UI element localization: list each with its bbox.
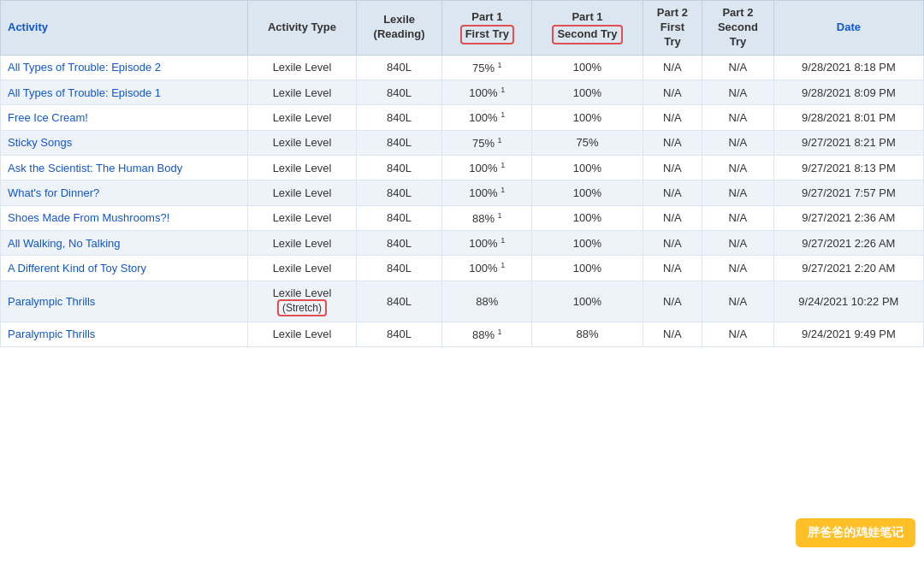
part2-first-cell: N/A	[643, 205, 702, 230]
table-row: All Types of Trouble: Episode 1Lexile Le…	[1, 80, 924, 105]
table-row: Free Ice Cream!Lexile Level840L100% 1100…	[1, 105, 924, 130]
activity-type-cell: Lexile Level	[248, 322, 357, 346]
table-row: A Different Kind of Toy StoryLexile Leve…	[1, 256, 924, 281]
part1-second-cell: 75%	[532, 130, 643, 155]
part1-second-cell: 100%	[532, 281, 643, 322]
part1-second-cell: 100%	[532, 105, 643, 130]
part1-first-cell: 100% 1	[442, 80, 532, 105]
activity-link[interactable]: A Different Kind of Toy Story	[8, 262, 146, 275]
lexile-cell: 840L	[356, 180, 442, 205]
part2-first-cell: N/A	[643, 105, 702, 130]
activity-link[interactable]: Paralympic Thrills	[8, 328, 95, 340]
activity-type-cell: Lexile Level	[248, 230, 357, 255]
footnote-sup: 1	[500, 86, 505, 94]
date-cell: 9/27/2021 8:21 PM	[773, 130, 923, 155]
activity-type-cell: Lexile Level	[248, 205, 357, 230]
lexile-cell: 840L	[356, 130, 442, 155]
part2-first-cell: N/A	[643, 256, 702, 281]
part1-second-cell: 100%	[532, 205, 643, 230]
footnote-sup: 1	[498, 61, 502, 69]
table-header-row: Activity Activity Type Lexile(Reading) P…	[1, 1, 924, 56]
activity-link[interactable]: Shoes Made From Mushrooms?!	[8, 211, 169, 224]
table-row: What's for Dinner?Lexile Level840L100% 1…	[1, 180, 924, 205]
part1-second-boxed-label: Second Try	[552, 25, 622, 44]
date-cell: 9/28/2021 8:18 PM	[773, 55, 923, 80]
table-row: Shoes Made From Mushrooms?!Lexile Level8…	[1, 205, 924, 230]
lexile-cell: 840L	[356, 105, 442, 130]
part2-first-cell: N/A	[643, 55, 702, 80]
activity-cell: All Types of Trouble: Episode 1	[1, 80, 248, 105]
activity-link[interactable]: Ask the Scientist: The Human Body	[8, 162, 182, 174]
activity-type-cell: Lexile Level	[248, 130, 357, 155]
part1-second-cell: 100%	[532, 155, 643, 180]
part2-first-cell: N/A	[643, 230, 702, 255]
part1-second-cell: 100%	[532, 55, 643, 80]
part1-first-cell: 100% 1	[442, 155, 532, 180]
part2-second-cell: N/A	[702, 230, 774, 255]
date-cell: 9/27/2021 8:13 PM	[773, 155, 923, 180]
part2-second-cell: N/A	[702, 180, 774, 205]
part2-second-cell: N/A	[702, 155, 774, 180]
activity-cell: Ask the Scientist: The Human Body	[1, 155, 248, 180]
activity-type-cell: Lexile Level	[248, 256, 357, 281]
footnote-sup: 1	[500, 261, 505, 269]
activity-link[interactable]: All Types of Trouble: Episode 1	[8, 86, 161, 99]
lexile-cell: 840L	[356, 281, 442, 322]
table-body: All Types of Trouble: Episode 2Lexile Le…	[1, 55, 924, 346]
activity-type-col-header: Activity Type	[248, 1, 357, 56]
activity-link[interactable]: What's for Dinner?	[8, 186, 99, 199]
table-row: Paralympic ThrillsLexile Level840L88% 18…	[1, 322, 924, 346]
lexile-cell: 840L	[356, 322, 442, 346]
activity-cell: Paralympic Thrills	[1, 281, 248, 322]
activity-type-cell: Lexile Level(Stretch)	[248, 281, 357, 322]
lexile-col-header: Lexile(Reading)	[356, 1, 442, 56]
part2-first-cell: N/A	[643, 180, 702, 205]
activity-sort-link[interactable]: Activity	[8, 21, 48, 33]
part1-second-cell: 88%	[532, 322, 643, 346]
activity-type-label: Lexile Level	[273, 286, 332, 299]
part1-first-cell: 88% 1	[442, 322, 532, 346]
footnote-sup: 1	[498, 211, 502, 220]
activity-cell: All Types of Trouble: Episode 2	[1, 55, 248, 80]
part1-second-cell: 100%	[532, 230, 643, 255]
activity-type-cell: Lexile Level	[248, 80, 357, 105]
part2-first-cell: N/A	[643, 322, 702, 346]
date-col-header[interactable]: Date	[773, 1, 923, 56]
lexile-cell: 840L	[356, 80, 442, 105]
part2-second-cell: N/A	[702, 322, 774, 346]
part1-second-cell: 100%	[532, 80, 643, 105]
activity-cell: A Different Kind of Toy Story	[1, 256, 248, 281]
footnote-sup: 1	[498, 136, 502, 145]
part1-first-cell: 75% 1	[442, 55, 532, 80]
part1-first-cell: 88% 1	[442, 205, 532, 230]
lexile-cell: 840L	[356, 256, 442, 281]
date-cell: 9/28/2021 8:09 PM	[773, 80, 923, 105]
activity-col-header[interactable]: Activity	[1, 1, 248, 56]
lexile-cell: 840L	[356, 55, 442, 80]
date-sort-link[interactable]: Date	[837, 21, 861, 33]
activity-link[interactable]: Paralympic Thrills	[8, 295, 95, 308]
part1-second-col-header: Part 1Second Try	[532, 1, 643, 56]
table-row: Ask the Scientist: The Human BodyLexile …	[1, 155, 924, 180]
part1-second-cell: 100%	[532, 256, 643, 281]
date-cell: 9/27/2021 7:57 PM	[773, 180, 923, 205]
date-cell: 9/24/2021 9:49 PM	[773, 322, 923, 346]
lexile-cell: 840L	[356, 155, 442, 180]
date-cell: 9/27/2021 2:26 AM	[773, 230, 923, 255]
activity-link[interactable]: All Types of Trouble: Episode 2	[8, 61, 161, 74]
activity-cell: Paralympic Thrills	[1, 322, 248, 346]
activity-type-cell: Lexile Level	[248, 180, 357, 205]
activity-link[interactable]: All Walking, No Talking	[8, 237, 121, 250]
activity-link[interactable]: Free Ice Cream!	[8, 111, 88, 124]
part2-second-cell: N/A	[702, 80, 774, 105]
part2-second-cell: N/A	[702, 281, 774, 322]
part1-first-cell: 88%	[442, 281, 532, 322]
table-row: Sticky SongsLexile Level840L75% 175%N/AN…	[1, 130, 924, 155]
activity-type-cell: Lexile Level	[248, 155, 357, 180]
part2-first-cell: N/A	[643, 80, 702, 105]
part2-second-cell: N/A	[702, 256, 774, 281]
activity-link[interactable]: Sticky Songs	[8, 136, 72, 149]
activity-cell: All Walking, No Talking	[1, 230, 248, 255]
activity-cell: What's for Dinner?	[1, 180, 248, 205]
footnote-sup: 1	[500, 186, 505, 194]
